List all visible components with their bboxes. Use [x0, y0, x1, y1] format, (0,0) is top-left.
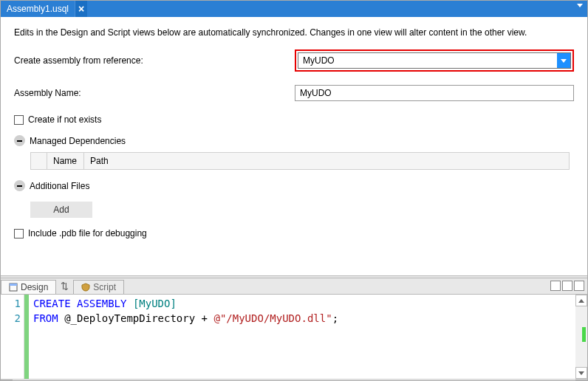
create-if-not-exists-checkbox[interactable] [14, 115, 24, 125]
reference-value: MyUDO [298, 53, 557, 68]
assembly-name-input[interactable] [295, 85, 574, 101]
additional-files-collapser[interactable] [14, 180, 25, 191]
managed-deps-collapser[interactable] [14, 135, 25, 146]
include-pdb-checkbox[interactable] [14, 229, 24, 238]
tab-design-label: Design [21, 282, 48, 292]
document-tab[interactable]: Assembly1.usql [1, 1, 75, 17]
svg-rect-1 [10, 284, 17, 286]
scroll-down-button[interactable] [575, 367, 587, 379]
design-icon [9, 283, 18, 292]
split-horizontal-button[interactable] [550, 281, 561, 291]
create-if-not-exists-label: Create if not exists [28, 114, 101, 125]
tab-design[interactable]: Design [1, 280, 56, 294]
include-pdb-label: Include .pdb file for debugging [28, 228, 147, 238]
swap-views-button[interactable]: ⇅ [56, 278, 73, 294]
reference-highlight: MyUDO [295, 49, 574, 72]
maximize-pane-button[interactable] [574, 281, 584, 291]
tab-filename: Assembly1.usql [7, 4, 69, 14]
script-icon [81, 283, 90, 292]
reference-label: Create assembly from reference: [14, 55, 295, 66]
sync-hint: Edits in the Design and Script views bel… [14, 27, 574, 38]
reference-combobox[interactable]: MyUDO [298, 52, 571, 69]
additional-files-label: Additional Files [30, 181, 89, 191]
vertical-scrollbar[interactable] [575, 295, 587, 379]
deps-col-name: Name [47, 153, 84, 169]
chevron-down-icon [561, 59, 567, 63]
design-view: Edits in the Design and Script views bel… [1, 17, 587, 275]
chevron-up-icon [578, 299, 584, 303]
scroll-up-button[interactable] [575, 295, 587, 306]
code-area[interactable]: CREATE ASSEMBLY [MyUDO] FROM @_DeployTem… [29, 295, 587, 379]
tab-script[interactable]: Script [73, 280, 124, 294]
script-editor[interactable]: 1 2 CREATE ASSEMBLY [MyUDO] FROM @_Deplo… [1, 295, 587, 379]
combobox-dropdown-button[interactable] [557, 53, 570, 68]
add-button[interactable]: Add [30, 202, 92, 218]
deps-col-path: Path [84, 153, 569, 169]
managed-deps-label: Managed Dependencies [30, 136, 126, 146]
close-icon: × [78, 4, 84, 14]
managed-deps-header: Name Path [31, 153, 569, 169]
assembly-name-label: Assembly Name: [14, 88, 295, 98]
swap-icon: ⇅ [61, 281, 69, 292]
tab-menu-dropdown-icon[interactable] [577, 4, 583, 7]
tab-script-label: Script [93, 282, 116, 292]
line-number: 1 [1, 296, 21, 311]
close-tab-button[interactable]: × [75, 1, 87, 17]
line-number: 2 [1, 311, 21, 326]
line-number-gutter: 1 2 [1, 295, 24, 379]
view-tab-strip: Design ⇅ Script [1, 278, 587, 295]
caret-indicator [582, 327, 586, 342]
split-vertical-button[interactable] [562, 281, 572, 291]
managed-deps-table: Name Path [30, 152, 570, 170]
row-selector-column [31, 153, 47, 169]
chevron-down-icon [578, 371, 584, 375]
document-tab-bar: Assembly1.usql × [1, 1, 587, 17]
